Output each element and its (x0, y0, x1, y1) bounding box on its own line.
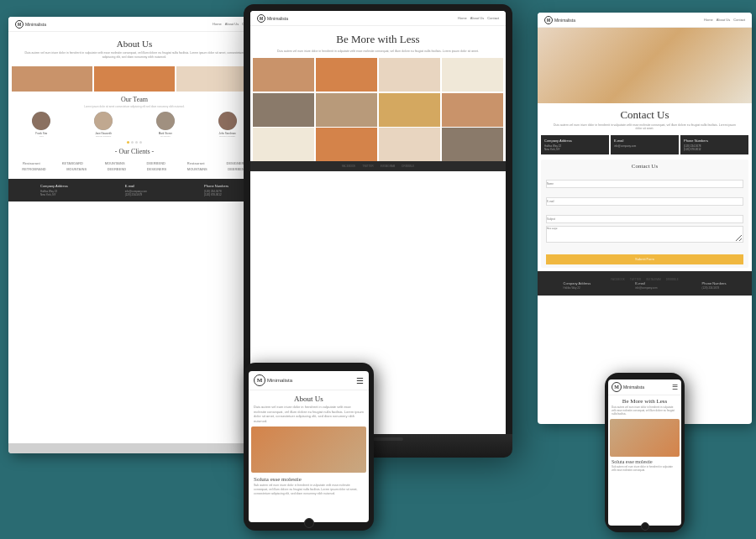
info-card-addr-line2: New York, NY (544, 148, 606, 151)
photo-7 (379, 93, 440, 127)
form-message-input[interactable] (546, 226, 743, 243)
phone-hero-title: Be More with Less (608, 395, 681, 406)
desktop-mockup: M Minimalista Home About Us Contact Abou… (8, 17, 260, 453)
contact-logo-circle: M (544, 16, 553, 24)
phone-home-button[interactable] (641, 522, 649, 531)
laptop-nav-about[interactable]: About Us (470, 16, 484, 20)
main-scene: M Minimalista Home About Us Contact Abou… (0, 0, 756, 539)
laptop-nav-contact[interactable]: Contact (487, 16, 499, 20)
phone-nav: M Minimalista ☰ (608, 379, 681, 395)
desktop-nav: M Minimalista Home About Us Contact (8, 17, 260, 32)
dot-2 (131, 141, 134, 144)
client-2: KETABOARD (62, 161, 83, 165)
form-subject-input[interactable] (546, 215, 743, 223)
dot-1 (127, 141, 129, 144)
footer-col-title-3: Phone Numbers (204, 184, 228, 188)
contact-form: Contact Us Submit Form (541, 160, 748, 268)
team-role-1: CEO (12, 135, 71, 138)
desktop-footer: Company Address Halifax Way 22 New York,… (8, 179, 260, 201)
cf-col-1: Company Address Halifax Way 22 (564, 281, 591, 290)
photo-6 (316, 93, 377, 127)
contact-footer: FACEBOOK TWITTER INSTAGRAM DRIBBBLE Comp… (538, 271, 752, 296)
dot-3 (135, 141, 138, 144)
contact-nav-about[interactable]: About Us (717, 18, 730, 22)
laptop-nav-home[interactable]: Home (458, 16, 467, 20)
info-card-phone: Phone Numbers (120) 234-5678 (120) 678-9… (680, 135, 748, 154)
desktop-stand (8, 443, 260, 453)
logo-text: Minimalista (25, 22, 46, 27)
team-title: Our Team (8, 96, 260, 103)
nav-about[interactable]: About Us (225, 22, 239, 26)
submit-button[interactable]: Submit Form (546, 254, 743, 264)
photo-grid (250, 58, 506, 161)
client-7: RETROBRAND (22, 167, 45, 171)
footer-col-phone1: (120) 234-5678 (125, 193, 147, 196)
photo-11 (379, 128, 440, 161)
contact-page-title: Contact Us (538, 103, 752, 123)
cf-col-title-3: Phone Numbers (702, 281, 727, 285)
desktop-hero-title: About Us (22, 39, 247, 49)
info-card-address: Company Address Halifax Way 22 New York,… (541, 135, 609, 154)
footer-col-3: Phone Numbers (120) 234-5678 (120) 678-9… (204, 184, 228, 196)
contact-page-text: Duis autem vel eum iriure dolor in hendr… (538, 123, 752, 133)
laptop-nav-links: Home About Us Contact (458, 16, 499, 20)
info-card-email-val: info@company.com (614, 144, 675, 148)
desktop-hero-text: Duis autem vel eum iriure dolor in hendr… (22, 51, 247, 60)
lf-social-2: TWITTER (362, 165, 373, 168)
cf-social-1: FACEBOOK (611, 278, 625, 281)
nav-home[interactable]: Home (213, 22, 222, 26)
info-card-email-title: E-mail (614, 139, 675, 143)
laptop-nav: M Minimalista Home About Us Contact (250, 11, 506, 26)
tablet-logo-text: Minimalista (267, 378, 292, 383)
footer-col-phone3: (120) 678-9012 (204, 193, 228, 196)
tablet-home-button[interactable] (304, 518, 314, 528)
avatar-4 (218, 112, 237, 130)
phone-section-title: Soluta esse molestie (608, 457, 681, 465)
footer-col-1: Company Address Halifax Way 22 New York,… (40, 184, 68, 196)
avatar-3 (156, 112, 175, 130)
cf-col-line-1: Halifax Way 22 (564, 286, 591, 290)
phone-logo: M Minimalista (612, 382, 644, 392)
laptop-logo-circle: M (257, 14, 265, 23)
lf-social-1: FACEBOOK (342, 165, 356, 168)
team-grid: Frank Star CEO Jane Nassmith graphic des… (12, 112, 257, 138)
dot-4 (139, 141, 142, 144)
contact-nav: M Minimalista Home About Us Contact (538, 13, 752, 28)
cf-col-line-2: info@company.com (635, 286, 657, 290)
photo-10 (316, 128, 377, 161)
cf-col-2: E-mail info@company.com (635, 281, 657, 290)
team-member-1: Frank Star CEO (12, 112, 71, 138)
phone-section-text: Sub autem vel eum iriure dolor in hendre… (608, 465, 681, 472)
avatar-1 (32, 112, 50, 130)
form-name-input[interactable] (546, 180, 743, 188)
info-card-email: E-mail info@company.com (611, 135, 679, 154)
phone-mockup: M Minimalista ☰ Be More with Less Duis a… (605, 373, 685, 532)
photo-12 (442, 128, 503, 161)
contact-nav-home[interactable]: Home (704, 18, 713, 22)
phone-logo-circle: M (612, 382, 622, 392)
desktop-image-grid (12, 66, 257, 92)
phone-logo-text: Minimalista (623, 385, 644, 390)
phone-hero-text: Duis autem vel eum iriure dolor in hendr… (608, 406, 681, 419)
clients-section: Restaurant KETABOARD MOUNTAINS DEERBEND … (8, 157, 260, 175)
form-email-input[interactable] (546, 197, 743, 206)
footer-col-2: E-mail info@company.com (120) 234-5678 (125, 184, 147, 196)
laptop-logo: M Minimalista (257, 14, 288, 23)
client-8: MOUNTAINS (66, 167, 87, 171)
clients-row-2: RETROBRAND MOUNTAINS DEERBEND DESIGNERS … (12, 167, 257, 171)
phone-hamburger-icon[interactable]: ☰ (672, 384, 678, 391)
phone-screen: M Minimalista ☰ Be More with Less Duis a… (608, 379, 681, 526)
client-3: MOUNTAINS (105, 161, 125, 165)
clients-title: - Our Clients - (8, 148, 260, 155)
cf-col-3: Phone Numbers (120) 234-5678 (702, 281, 727, 290)
tablet-hero-title: About Us (249, 390, 369, 405)
contact-nav-contact[interactable]: Contact (733, 18, 745, 22)
cf-col-line-3: (120) 234-5678 (702, 286, 727, 290)
client-10: DESIGNERS (147, 167, 167, 171)
client-9: DEERBEND (108, 167, 126, 171)
desktop-logo: M Minimalista (15, 20, 46, 29)
cf-col-title-1: Company Address (564, 281, 591, 285)
tablet-hamburger-icon[interactable]: ☰ (356, 376, 364, 385)
photo-4 (442, 58, 503, 92)
tablet-hero-text: Duis autem vel eum iriure dolor in hendr… (249, 405, 369, 426)
